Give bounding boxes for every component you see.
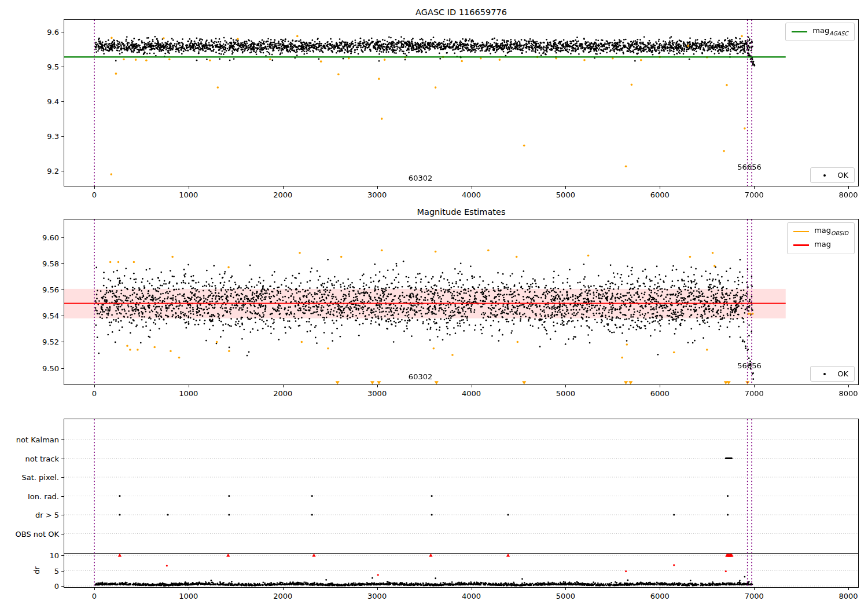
- legend-entry-ok: OK: [816, 369, 848, 378]
- x-tick-label: 6000: [650, 389, 670, 398]
- obsid-annotation: 60302: [409, 372, 432, 381]
- plot1-ok-legend: OK: [810, 167, 855, 183]
- tick-mark: [754, 385, 755, 387]
- legend-label-sub: OBSID: [831, 230, 848, 236]
- black-dot-marker: [816, 373, 832, 375]
- tick-mark: [61, 515, 64, 515]
- y-tick-label: 9.5: [47, 63, 59, 71]
- figure: AGASC ID 116659776 magAGASC OK Magnitude…: [0, 0, 868, 608]
- dr-tick-label: 0: [0, 582, 59, 591]
- tick-mark: [283, 385, 284, 387]
- plot3-axes: [64, 419, 859, 588]
- flag-row-label: Sat. pixel.: [0, 473, 59, 482]
- tick-mark: [61, 171, 64, 171]
- plot2-title: Magnitude Estimates: [417, 207, 505, 217]
- tick-mark: [61, 477, 64, 478]
- x-tick-label: 7000: [745, 592, 764, 600]
- legend-label-ok: OK: [837, 369, 848, 378]
- tick-mark: [189, 588, 189, 590]
- x-tick-label: 7000: [745, 389, 764, 398]
- tick-mark: [94, 186, 95, 189]
- y-tick-label: 9.2: [47, 167, 59, 175]
- legend-label-ok: OK: [837, 171, 848, 180]
- tick-mark: [61, 496, 64, 497]
- x-tick-label: 3000: [367, 592, 387, 600]
- tick-mark: [61, 67, 64, 67]
- tick-mark: [472, 186, 472, 189]
- x-tick-label: 0: [92, 389, 97, 398]
- x-tick-label: 6000: [650, 191, 670, 199]
- plot1-legend: magAGASC: [785, 23, 855, 41]
- x-tick-label: 4000: [462, 592, 481, 600]
- x-tick-label: 5000: [556, 389, 575, 398]
- legend-entry-mag-agasc: magAGASC: [792, 26, 848, 38]
- x-tick-label: 1000: [179, 191, 198, 199]
- black-dot-marker: [816, 174, 832, 177]
- tick-mark: [377, 186, 378, 189]
- x-tick-label: 4000: [462, 389, 481, 398]
- red-line-sample: [793, 244, 809, 246]
- tick-mark: [61, 555, 64, 556]
- tick-mark: [377, 588, 378, 590]
- tick-mark: [61, 459, 64, 459]
- tick-mark: [754, 588, 755, 590]
- tick-mark: [660, 588, 660, 590]
- tick-mark: [61, 534, 64, 534]
- dot-icon: [823, 373, 826, 375]
- tick-mark: [61, 571, 64, 572]
- x-tick-label: 2000: [273, 389, 292, 398]
- plot1-scatter-canvas: [64, 19, 859, 186]
- tick-mark: [61, 32, 64, 32]
- y-tick-label: 9.58: [42, 259, 59, 268]
- tick-mark: [565, 385, 566, 387]
- flag-row-label: OBS not OK: [0, 529, 59, 538]
- flag-row-label: not track: [0, 454, 59, 463]
- tick-mark: [61, 439, 64, 440]
- x-tick-label: 6000: [650, 592, 670, 600]
- obsid-annotation: 60302: [409, 174, 432, 182]
- plot2-ok-legend: OK: [810, 366, 855, 382]
- tick-mark: [472, 588, 472, 590]
- x-tick-label: 0: [92, 592, 97, 600]
- tick-mark: [660, 385, 660, 387]
- tick-mark: [283, 186, 284, 189]
- y-tick-label: 9.3: [47, 132, 59, 141]
- x-tick-label: 2000: [273, 191, 292, 199]
- x-tick-label: 1000: [179, 592, 198, 600]
- x-tick-label: 2000: [273, 592, 292, 600]
- tick-mark: [848, 588, 849, 590]
- x-tick-label: 3000: [367, 389, 387, 398]
- tick-mark: [754, 186, 755, 189]
- legend-entry-mag-obsid: magOBSID: [793, 226, 848, 237]
- obsid-annotation: 56656: [737, 162, 761, 171]
- dr-tick-label: 10: [0, 551, 59, 560]
- plot3-scatter-canvas: [64, 419, 859, 588]
- tick-mark: [565, 186, 566, 189]
- obsid-annotation: 56656: [737, 361, 761, 370]
- x-tick-label: 7000: [745, 191, 764, 199]
- tick-mark: [61, 368, 64, 369]
- x-tick-label: 8000: [839, 191, 858, 199]
- y-tick-label: 9.54: [42, 312, 59, 320]
- tick-mark: [660, 186, 660, 189]
- tick-mark: [848, 385, 849, 387]
- tick-mark: [472, 385, 472, 387]
- green-line-sample: [792, 31, 807, 33]
- plot2-legend: magOBSID mag: [787, 222, 855, 254]
- tick-mark: [848, 186, 849, 189]
- tick-mark: [61, 316, 64, 316]
- orange-line-sample: [793, 231, 809, 233]
- plot2-scatter-canvas: [64, 219, 859, 385]
- tick-mark: [565, 588, 566, 590]
- dr-tick-label: 5: [0, 566, 59, 575]
- tick-mark: [377, 385, 378, 387]
- x-tick-label: 1000: [179, 389, 198, 398]
- x-tick-label: 8000: [839, 389, 858, 398]
- legend-label-base: mag: [812, 26, 829, 35]
- tick-mark: [94, 385, 95, 387]
- tick-mark: [61, 290, 64, 290]
- x-tick-label: 5000: [556, 592, 575, 600]
- x-tick-label: 3000: [367, 191, 387, 199]
- y-tick-label: 9.50: [42, 364, 59, 372]
- legend-label-mag-obsid: magOBSID: [814, 226, 848, 237]
